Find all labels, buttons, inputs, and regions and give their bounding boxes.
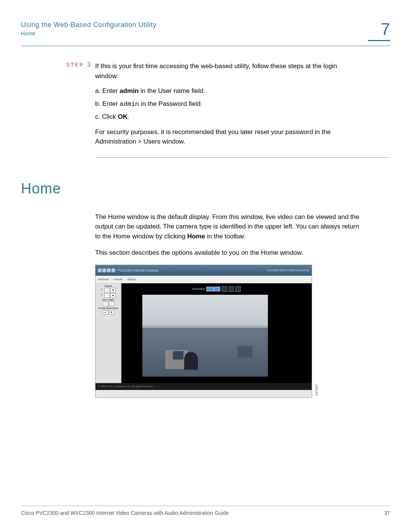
chapter-title: Using the Web-Based Configuration Utilit… xyxy=(21,21,368,29)
home-window-figure: PVC2300 Internet Camera Connected User:1… xyxy=(95,265,312,398)
section-heading: Home xyxy=(21,181,390,197)
section-p1-bold: Home xyxy=(187,233,205,240)
substep-a-post: in the User name field. xyxy=(139,87,205,94)
step-note: For security purposes, it is recommended… xyxy=(95,127,360,147)
substep-a-pre: Enter xyxy=(102,87,119,94)
page-footer: Cisco PVC2300 and WVC2300 Internet Video… xyxy=(21,506,390,516)
substep-b-pre: Enter xyxy=(102,100,119,107)
figure-camera-title: PVC2300 Internet Camera xyxy=(118,268,158,272)
figure-tab-refresh: Refresh xyxy=(97,278,109,281)
figure-btn-1a: – xyxy=(104,288,110,292)
figure-instant-label: Instant Recording xyxy=(97,307,119,309)
substep-b-mono: admin xyxy=(119,101,139,108)
figure-day-icon: ☼ xyxy=(103,302,108,306)
step-intro: If this is your first time accessing the… xyxy=(95,61,360,81)
figure-video-frame xyxy=(142,295,268,377)
figure-office-monitor xyxy=(173,351,183,359)
figure-resolution-label: Resolution xyxy=(193,288,205,290)
figure-btn-2a: – xyxy=(104,293,110,298)
figure-topbar: PVC2300 Internet Camera Connected User:1… xyxy=(96,265,312,276)
figure-fullscreen-icon xyxy=(235,286,241,292)
figure-tab-setup: Setup xyxy=(126,278,136,281)
figure-stop-icon: ■ xyxy=(109,310,114,315)
substep-b-post: in the Password field. xyxy=(139,100,202,107)
chapter-number: 7 xyxy=(368,21,390,38)
substep-c-pre: Click xyxy=(102,113,118,120)
figure-btn-1b: ■ xyxy=(110,288,116,292)
section-p1: The Home window is the default display. … xyxy=(95,212,360,241)
section-p2: This section describes the options avail… xyxy=(95,248,360,258)
figure-video-toolbar: Resolution ▾ xyxy=(193,286,241,292)
substep-c: c. Click OK. xyxy=(95,112,360,122)
figure-office-equipment xyxy=(237,346,253,358)
footer-page-number: 37 xyxy=(384,510,390,516)
chapter-number-box: 7 xyxy=(368,21,390,41)
substep-c-bold: OK xyxy=(118,113,128,120)
figure-topbar-icons xyxy=(98,268,115,272)
section-p1-post: in the toolbar. xyxy=(205,233,246,240)
substep-b-marker: b. xyxy=(95,100,100,107)
figure-tabbar: Refresh Home Setup xyxy=(96,276,312,283)
figure-image-id: 247067 xyxy=(315,384,319,396)
figure-night-icon: ☾ xyxy=(109,302,114,306)
section-rule xyxy=(95,157,390,158)
figure-output-label: Output xyxy=(97,285,119,287)
figure-zoom-icon xyxy=(221,286,227,292)
figure-video-area: Resolution ▾ xyxy=(121,283,312,383)
substep-c-post: . xyxy=(127,113,129,120)
figure-sidebar: Output 1 –■ 2 –■ Day / Night ☼☾ Instant … xyxy=(96,283,121,383)
figure-record-icon: ● xyxy=(103,310,108,315)
footer-doc-title: Cisco PVC2300 and WVC2300 Internet Video… xyxy=(21,510,229,516)
figure-resolution-select: ▾ xyxy=(207,287,220,291)
substep-a-marker: a. xyxy=(95,87,100,94)
figure-snapshot-icon xyxy=(228,286,234,292)
figure-row1-num: 1 xyxy=(101,288,102,292)
figure-top-links: Connected User:1 Home About Help xyxy=(266,269,309,272)
substep-b: b. Enter admin in the Password field. xyxy=(95,99,360,109)
figure-copyright: © 2009 Cisco Systems, Inc. All rights re… xyxy=(96,383,312,390)
figure-office-person xyxy=(184,352,198,370)
substep-c-marker: c. xyxy=(95,113,100,120)
figure-btn-2b: ■ xyxy=(110,293,116,298)
figure-daynight-label: Day / Night xyxy=(97,299,119,301)
figure-row2-num: 2 xyxy=(101,293,102,298)
figure-tab-home: Home xyxy=(113,278,123,281)
step-label: STEP xyxy=(66,61,84,68)
substep-a-bold: admin xyxy=(119,87,139,94)
step-number: 3 xyxy=(87,61,91,68)
breadcrumb: Home xyxy=(21,30,368,37)
substep-a: a. Enter admin in the User name field. xyxy=(95,86,360,96)
